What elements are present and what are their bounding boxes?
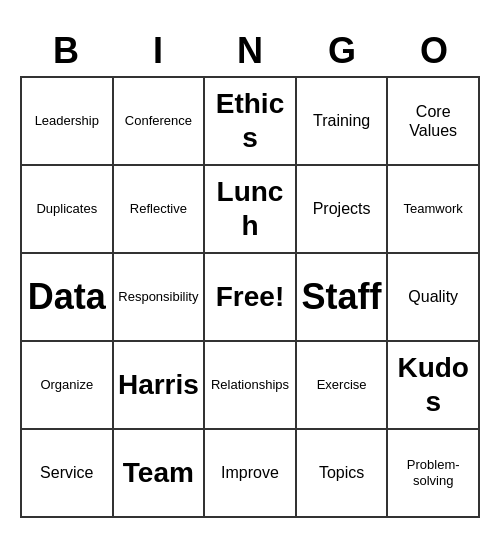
cell-text: Free!: [216, 280, 284, 314]
bingo-cell: Ethics: [205, 78, 297, 166]
cell-text: Team: [123, 456, 194, 490]
bingo-cell: Kudos: [388, 342, 480, 430]
bingo-cell: Training: [297, 78, 389, 166]
bingo-cell: Topics: [297, 430, 389, 518]
bingo-cell: Leadership: [22, 78, 114, 166]
bingo-card: BINGO LeadershipConferenceEthicsTraining…: [20, 26, 480, 518]
cell-text: Conference: [125, 113, 192, 129]
cell-text: Organize: [40, 377, 93, 393]
bingo-cell: Responsibility: [114, 254, 206, 342]
bingo-cell: Quality: [388, 254, 480, 342]
bingo-cell: Lunch: [205, 166, 297, 254]
bingo-cell: Reflective: [114, 166, 206, 254]
cell-text: Improve: [221, 463, 279, 482]
bingo-cell: Duplicates: [22, 166, 114, 254]
bingo-cell: Teamwork: [388, 166, 480, 254]
cell-text: Service: [40, 463, 93, 482]
bingo-cell: Staff: [297, 254, 389, 342]
cell-text: Duplicates: [36, 201, 97, 217]
cell-text: Leadership: [35, 113, 99, 129]
bingo-cell: Projects: [297, 166, 389, 254]
cell-text: Projects: [313, 199, 371, 218]
bingo-cell: Free!: [205, 254, 297, 342]
cell-text: Exercise: [317, 377, 367, 393]
cell-text: Staff: [302, 275, 382, 318]
bingo-cell: Problem-solving: [388, 430, 480, 518]
bingo-cell: Harris: [114, 342, 206, 430]
cell-text: Relationships: [211, 377, 289, 393]
bingo-grid: LeadershipConferenceEthicsTrainingCore V…: [20, 76, 480, 518]
cell-text: Problem-solving: [392, 457, 474, 488]
bingo-cell: Data: [22, 254, 114, 342]
cell-text: Training: [313, 111, 370, 130]
cell-text: Harris: [118, 368, 199, 402]
bingo-cell: Exercise: [297, 342, 389, 430]
header-letter-G: G: [296, 26, 388, 76]
header-letter-O: O: [388, 26, 480, 76]
bingo-cell: Relationships: [205, 342, 297, 430]
bingo-cell: Team: [114, 430, 206, 518]
header-letter-B: B: [20, 26, 112, 76]
bingo-cell: Organize: [22, 342, 114, 430]
bingo-cell: Conference: [114, 78, 206, 166]
cell-text: Topics: [319, 463, 364, 482]
cell-text: Quality: [408, 287, 458, 306]
cell-text: Responsibility: [118, 289, 198, 305]
cell-text: Reflective: [130, 201, 187, 217]
header-letter-I: I: [112, 26, 204, 76]
header-letter-N: N: [204, 26, 296, 76]
cell-text: Teamwork: [404, 201, 463, 217]
cell-text: Ethics: [209, 87, 291, 154]
bingo-header: BINGO: [20, 26, 480, 76]
cell-text: Core Values: [392, 102, 474, 140]
bingo-cell: Improve: [205, 430, 297, 518]
cell-text: Lunch: [209, 175, 291, 242]
cell-text: Kudos: [392, 351, 474, 418]
cell-text: Data: [28, 275, 106, 318]
bingo-cell: Service: [22, 430, 114, 518]
bingo-cell: Core Values: [388, 78, 480, 166]
